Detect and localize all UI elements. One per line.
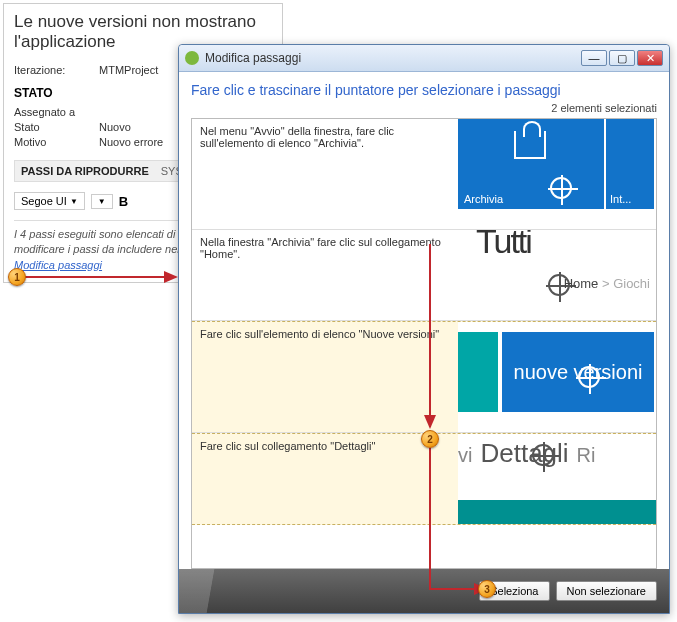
dialog-footer: Seleziona Non selezionare [179,569,669,613]
tutti-label: Tutti [476,230,531,261]
reason-value[interactable]: Nuovo errore [99,136,163,148]
step-row[interactable]: Nel menu "Avvio" della finestra, fare cl… [192,119,656,230]
breadcrumb: Home > Giochi [564,276,650,291]
app-icon [185,51,199,65]
nuove-tile: nuove versioni [502,332,654,412]
iter-value[interactable]: MTMProject [99,64,158,76]
green-bar [458,500,656,524]
iter-label: Iterazione: [14,64,99,76]
font-dropdown[interactable]: Segoe UI▼ [14,192,85,210]
step-text: Fare clic sull'elemento di elenco "Nuove… [192,322,458,432]
step-thumbnail: Archivia Int... [458,119,656,229]
target-icon [578,366,600,388]
details-row: vi Dettagli Ri [458,438,596,469]
size-dropdown[interactable]: ▼ [91,194,113,209]
step-row[interactable]: Fare clic sull'elemento di elenco "Nuove… [192,321,656,433]
step-thumbnail: nuove versioni [458,322,656,432]
close-button[interactable]: ✕ [637,50,663,66]
annotation-badge-2: 2 [421,430,439,448]
tile-small: Int... [606,119,654,209]
modify-steps-dialog: Modifica passaggi — ▢ ✕ Fare clic e tras… [178,44,670,614]
chevron-down-icon: ▼ [70,197,78,206]
step-row[interactable]: Fare clic sul collegamento "Dettagli" vi… [192,433,656,525]
target-icon [532,444,554,466]
reason-label: Motivo [14,136,99,148]
assigned-label: Assegnato a [14,106,99,118]
step-text: Fare clic sul collegamento "Dettagli" [192,434,458,524]
annotation-badge-1: 1 [8,268,26,286]
step-thumbnail: vi Dettagli Ri [458,434,656,524]
modify-steps-link[interactable]: Modifica passaggi [14,259,102,271]
dialog-instruction: Fare clic e trascinare il puntatore per … [191,82,657,98]
steps-list[interactable]: Nel menu "Avvio" della finestra, fare cl… [191,118,657,569]
target-icon [550,177,572,199]
shopping-bag-icon [514,131,546,159]
step-text: Nel menu "Avvio" della finestra, fare cl… [192,119,458,229]
maximize-button[interactable]: ▢ [609,50,635,66]
titlebar[interactable]: Modifica passaggi — ▢ ✕ [179,45,669,72]
state-value[interactable]: Nuovo [99,121,131,133]
step-text: Nella finestra "Archivia" fare clic sul … [192,230,458,320]
bold-button[interactable]: B [119,194,128,209]
step-thumbnail: Tutti Home > Giochi [458,230,656,320]
deselect-button[interactable]: Non selezionare [556,581,658,601]
state-label: Stato [14,121,99,133]
step-row[interactable]: Nella finestra "Archivia" fare clic sul … [192,230,656,321]
tile-green [458,332,498,412]
tab-steps[interactable]: PASSI DA RIPRODURRE [21,165,149,177]
minimize-button[interactable]: — [581,50,607,66]
dialog-title: Modifica passaggi [205,51,581,65]
annotation-badge-3: 3 [478,580,496,598]
selection-count: 2 elementi selezionati [191,102,657,114]
store-tile: Archivia [458,119,604,209]
chevron-down-icon: ▼ [98,197,106,206]
